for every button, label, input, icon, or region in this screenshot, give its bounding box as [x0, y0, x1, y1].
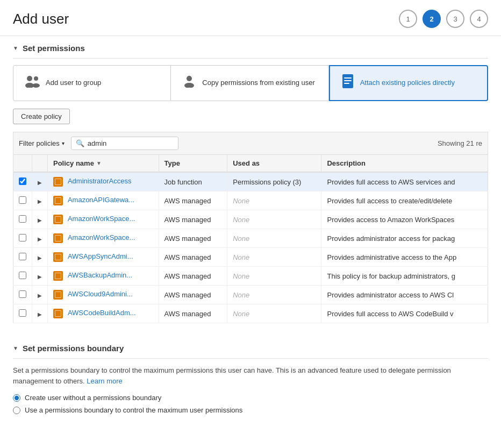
svg-point-4 — [187, 76, 192, 81]
row-checkbox-cell — [13, 286, 32, 304]
row-expand-1[interactable]: ▶ — [32, 191, 48, 210]
row-expand-4[interactable]: ▶ — [32, 248, 48, 267]
search-box: 🔍 — [71, 137, 178, 150]
boundary-section: ▼ Set permissions boundary Set a permiss… — [13, 336, 488, 414]
policy-link-0[interactable]: AdministratorAccess — [68, 177, 131, 185]
permission-options: Add user to group Copy permissions from … — [13, 65, 488, 101]
learn-more-link[interactable]: Learn more — [87, 377, 122, 385]
sort-arrow-icon: ▼ — [96, 160, 102, 166]
filter-policies-label: Filter policies — [19, 139, 60, 147]
th-expand — [32, 155, 48, 173]
row-description-5: This policy is for backup administrators… — [321, 267, 488, 286]
add-to-group-option[interactable]: Add user to group — [13, 65, 171, 101]
filter-bar: Filter policies ▾ 🔍 Showing 21 re — [13, 132, 488, 154]
row-checkbox-cell — [13, 210, 32, 229]
policy-icon-0 — [53, 177, 63, 187]
policy-link-5[interactable]: AWSBackupAdmin... — [68, 271, 132, 279]
row-policy-name-6: AWSCloud9Admini... — [48, 286, 159, 304]
add-to-group-label: Add user to group — [46, 78, 101, 88]
set-permissions-header: ▼ Set permissions — [13, 36, 488, 59]
row-policy-name-4: AWSAppSyncAdmi... — [48, 248, 159, 267]
row-expand-5[interactable]: ▶ — [32, 267, 48, 286]
th-type: Type — [159, 155, 227, 173]
attach-policies-option[interactable]: Attach existing policies directly — [329, 65, 488, 101]
table-row: ▶ AWSAppSyncAdmi... AWS managed None Pro… — [13, 248, 488, 267]
row-checkbox-7[interactable] — [19, 309, 26, 317]
svg-rect-9 — [344, 83, 349, 84]
row-checkbox-2[interactable] — [19, 215, 26, 223]
row-description-0: Provides full access to AWS services and — [321, 172, 488, 191]
row-checkbox-5[interactable] — [19, 272, 26, 279]
row-policy-name-3: AmazonWorkSpace... — [48, 229, 159, 248]
policy-link-6[interactable]: AWSCloud9Admini... — [68, 290, 133, 298]
row-checkbox-3[interactable] — [19, 234, 26, 241]
row-checkbox-cell — [13, 248, 32, 267]
policy-link-7[interactable]: AWSCodeBuildAdm... — [68, 309, 136, 317]
no-boundary-label: Create user without a permissions bounda… — [25, 394, 161, 402]
row-type-7: AWS managed — [159, 304, 227, 323]
policy-link-3[interactable]: AmazonWorkSpace... — [68, 233, 135, 241]
policy-icon-6 — [53, 290, 63, 300]
row-checkbox-0[interactable] — [19, 177, 26, 185]
row-type-1: AWS managed — [159, 191, 227, 210]
step-1[interactable]: 1 — [399, 10, 417, 28]
row-used-as-4: None — [227, 248, 321, 267]
step-4[interactable]: 4 — [470, 10, 488, 28]
row-expand-7[interactable]: ▶ — [32, 304, 48, 323]
table-row: ▶ AdministratorAccess Job function Permi… — [13, 172, 488, 191]
policy-link-4[interactable]: AWSAppSyncAdmi... — [68, 252, 133, 260]
row-expand-0[interactable]: ▶ — [32, 172, 48, 191]
row-policy-name-2: AmazonWorkSpace... — [48, 210, 159, 229]
table-row: ▶ AWSCloud9Admini... AWS managed None Pr… — [13, 286, 488, 304]
step-3[interactable]: 3 — [446, 10, 464, 28]
no-boundary-radio[interactable] — [13, 394, 20, 402]
row-checkbox-cell — [13, 229, 32, 248]
table-row: ▶ AmazonWorkSpace... AWS managed None Pr… — [13, 210, 488, 229]
row-checkbox-1[interactable] — [19, 196, 26, 204]
row-expand-2[interactable]: ▶ — [32, 210, 48, 229]
main-content: ▼ Set permissions Add user to group — [0, 36, 501, 414]
policy-table: Policy name ▼ Type Used as Description ▶… — [13, 154, 488, 323]
search-icon: 🔍 — [76, 139, 84, 147]
filter-policies-button[interactable]: Filter policies ▾ — [19, 139, 65, 147]
table-row: ▶ AmazonAPIGatewa... AWS managed None Pr… — [13, 191, 488, 210]
copy-permissions-label: Copy permissions from existing user — [202, 78, 315, 88]
search-input[interactable] — [88, 139, 163, 147]
use-boundary-option[interactable]: Use a permissions boundary to control th… — [13, 406, 488, 414]
step-2[interactable]: 2 — [423, 10, 441, 28]
boundary-section-header: ▼ Set permissions boundary — [13, 336, 488, 359]
row-policy-name-5: AWSBackupAdmin... — [48, 267, 159, 286]
expand-arrow-icon: ▶ — [38, 293, 42, 298]
use-boundary-radio[interactable] — [13, 407, 20, 414]
row-checkbox-4[interactable] — [19, 253, 26, 260]
table-row: ▶ AmazonWorkSpace... AWS managed None Pr… — [13, 229, 488, 248]
filter-chevron-icon: ▾ — [62, 140, 65, 146]
row-checkbox-cell — [13, 267, 32, 286]
row-description-2: Provides access to Amazon WorkSpaces — [321, 210, 488, 229]
policy-link-1[interactable]: AmazonAPIGatewa... — [68, 196, 134, 204]
th-policy-name[interactable]: Policy name ▼ — [48, 155, 159, 173]
expand-arrow-icon: ▶ — [38, 236, 42, 242]
row-expand-6[interactable]: ▶ — [32, 286, 48, 304]
expand-arrow-icon: ▶ — [38, 274, 42, 280]
row-checkbox-cell — [13, 191, 32, 210]
expand-arrow-icon: ▶ — [38, 198, 42, 204]
row-description-6: Provides administrator access to AWS Cl — [321, 286, 488, 304]
row-used-as-0: Permissions policy (3) — [227, 172, 321, 191]
policy-link-2[interactable]: AmazonWorkSpace... — [68, 215, 135, 223]
row-checkbox-6[interactable] — [19, 290, 26, 298]
svg-point-2 — [34, 76, 38, 81]
row-description-3: Provides administrator access for packag — [321, 229, 488, 248]
table-header-row: Policy name ▼ Type Used as Description — [13, 155, 488, 173]
expand-arrow-icon: ▶ — [38, 255, 42, 261]
copy-permissions-option[interactable]: Copy permissions from existing user — [171, 65, 328, 101]
set-permissions-label: Set permissions — [23, 44, 85, 53]
create-policy-button[interactable]: Create policy — [13, 109, 70, 124]
row-type-4: AWS managed — [159, 248, 227, 267]
row-expand-3[interactable]: ▶ — [32, 229, 48, 248]
page-header: Add user 1 2 3 4 — [0, 0, 501, 36]
svg-point-3 — [32, 83, 40, 88]
no-boundary-option[interactable]: Create user without a permissions bounda… — [13, 394, 488, 402]
attach-icon — [341, 74, 355, 93]
expand-arrow-icon: ▶ — [38, 311, 42, 317]
